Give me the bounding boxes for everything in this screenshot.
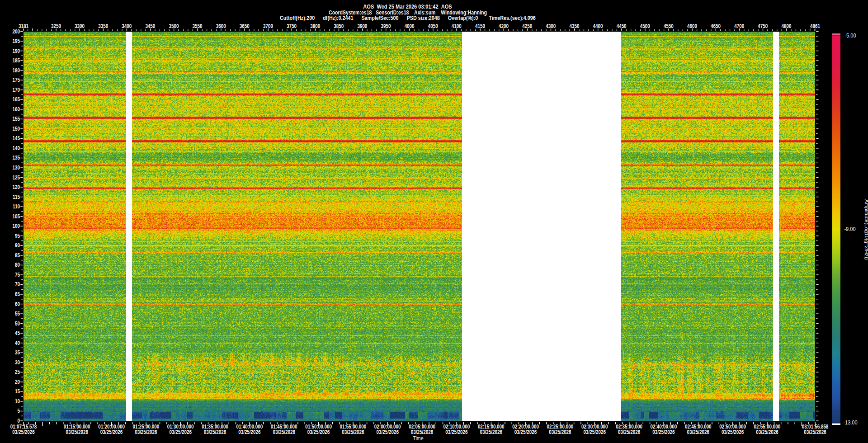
svg-text:10: 10	[15, 398, 20, 405]
svg-text:03/25/2026: 03/25/2026	[722, 429, 744, 435]
svg-text:4050: 4050	[428, 23, 438, 29]
svg-text:3650: 3650	[240, 23, 250, 29]
svg-text:180: 180	[13, 67, 20, 73]
svg-text:120: 120	[13, 184, 20, 190]
svg-text:03/25/2026: 03/25/2026	[273, 429, 295, 435]
svg-text:115: 115	[13, 193, 20, 200]
svg-text:4800: 4800	[781, 23, 791, 29]
svg-text:03/25/2026: 03/25/2026	[687, 429, 709, 435]
svg-text:190: 190	[13, 47, 20, 54]
svg-text:60: 60	[15, 301, 20, 307]
svg-text:195: 195	[13, 38, 20, 44]
svg-text:03/25/2026: 03/25/2026	[480, 429, 502, 435]
svg-text:25: 25	[15, 369, 20, 375]
svg-text:105: 105	[13, 213, 20, 219]
svg-text:40: 40	[15, 339, 20, 346]
svg-text:200: 200	[13, 28, 20, 34]
svg-text:3250: 3250	[51, 23, 61, 29]
svg-text:03/25/2026: 03/25/2026	[238, 429, 260, 435]
svg-text:170: 170	[13, 86, 20, 93]
svg-text:100: 100	[13, 223, 20, 229]
svg-text:-5.00: -5.00	[844, 32, 856, 39]
svg-text:90: 90	[15, 242, 20, 249]
svg-text:150: 150	[13, 126, 20, 132]
svg-text:3600: 3600	[216, 23, 226, 29]
svg-text:3700: 3700	[263, 23, 273, 29]
svg-text:Time: Time	[413, 435, 424, 442]
svg-text:3550: 3550	[193, 23, 203, 29]
svg-text:3750: 3750	[287, 23, 297, 29]
svg-text:15: 15	[15, 388, 20, 395]
svg-text:85: 85	[15, 252, 20, 259]
svg-text:4600: 4600	[687, 23, 697, 29]
svg-text:3900: 3900	[357, 23, 367, 29]
svg-text:185: 185	[13, 57, 20, 64]
svg-text:-13.00: -13.00	[843, 419, 858, 426]
svg-text:4700: 4700	[734, 23, 744, 29]
svg-text:140: 140	[13, 145, 20, 151]
svg-text:03/25/2026: 03/25/2026	[66, 429, 88, 435]
svg-text:165: 165	[13, 96, 20, 103]
svg-text:03/25/2026: 03/25/2026	[549, 429, 571, 435]
svg-text:3450: 3450	[145, 23, 155, 29]
svg-text:4000: 4000	[405, 23, 415, 29]
svg-text:4150: 4150	[475, 23, 485, 29]
svg-text:03/25/2026: 03/25/2026	[100, 429, 123, 435]
svg-text:4250: 4250	[522, 23, 532, 29]
svg-text:35: 35	[15, 349, 20, 356]
svg-text:03/25/2026: 03/25/2026	[584, 429, 606, 435]
svg-text:160: 160	[13, 106, 20, 113]
svg-text:4650: 4650	[711, 23, 721, 29]
svg-text:Amplitude(Log10(g^2/Hz)): Amplitude(Log10(g^2/Hz))	[864, 199, 868, 260]
svg-text:3300: 3300	[75, 23, 85, 29]
svg-text:70: 70	[15, 281, 20, 287]
svg-text:65: 65	[15, 291, 20, 297]
svg-text:03/25/2026: 03/25/2026	[342, 429, 364, 435]
svg-text:145: 145	[13, 135, 20, 141]
svg-text:20: 20	[15, 379, 20, 385]
svg-text:45: 45	[15, 330, 20, 336]
svg-text:125: 125	[13, 174, 20, 180]
svg-text:95: 95	[15, 233, 20, 239]
svg-text:3850: 3850	[334, 23, 344, 29]
svg-text:80: 80	[15, 262, 20, 268]
svg-text:3181: 3181	[19, 23, 28, 29]
svg-text:4750: 4750	[758, 23, 768, 29]
svg-text:4400: 4400	[593, 23, 603, 29]
svg-text:4550: 4550	[664, 23, 674, 29]
svg-text:03/25/2026: 03/25/2026	[652, 429, 675, 435]
svg-text:3950: 3950	[381, 23, 391, 29]
svg-text:175: 175	[13, 77, 20, 83]
svg-text:03/25/2026: 03/25/2026	[204, 429, 226, 435]
svg-text:50: 50	[15, 320, 20, 326]
svg-text:4200: 4200	[499, 23, 509, 29]
svg-text:4500: 4500	[640, 23, 650, 29]
svg-text:03/25/2026: 03/25/2026	[411, 429, 433, 435]
svg-text:03/25/2026: 03/25/2026	[618, 429, 640, 435]
svg-text:4350: 4350	[569, 23, 579, 29]
svg-text:3800: 3800	[310, 23, 320, 29]
svg-text:03/25/2026: 03/25/2026	[169, 429, 191, 435]
svg-text:03/25/2026: 03/25/2026	[756, 429, 778, 435]
svg-text:55: 55	[15, 311, 20, 317]
svg-text:135: 135	[13, 155, 20, 161]
svg-text:5: 5	[18, 408, 20, 414]
svg-text:3500: 3500	[169, 23, 179, 29]
svg-text:03/25/2026: 03/25/2026	[804, 429, 826, 435]
svg-text:130: 130	[13, 165, 20, 171]
svg-text:03/25/2026: 03/25/2026	[12, 429, 34, 435]
svg-text:4450: 4450	[617, 23, 627, 29]
svg-text:4861: 4861	[810, 23, 820, 29]
svg-text:30: 30	[15, 359, 20, 366]
svg-text:0: 0	[18, 418, 20, 424]
svg-text:03/25/2026: 03/25/2026	[307, 429, 330, 435]
svg-text:75: 75	[15, 272, 20, 278]
svg-text:3350: 3350	[98, 23, 108, 29]
svg-text:110: 110	[13, 203, 20, 210]
svg-text:03/25/2026: 03/25/2026	[445, 429, 467, 435]
svg-text:03/25/2026: 03/25/2026	[514, 429, 537, 435]
svg-text:03/25/2026: 03/25/2026	[135, 429, 157, 435]
svg-text:155: 155	[13, 116, 20, 122]
svg-text:-9.00: -9.00	[844, 226, 855, 232]
svg-text:3400: 3400	[122, 23, 132, 29]
